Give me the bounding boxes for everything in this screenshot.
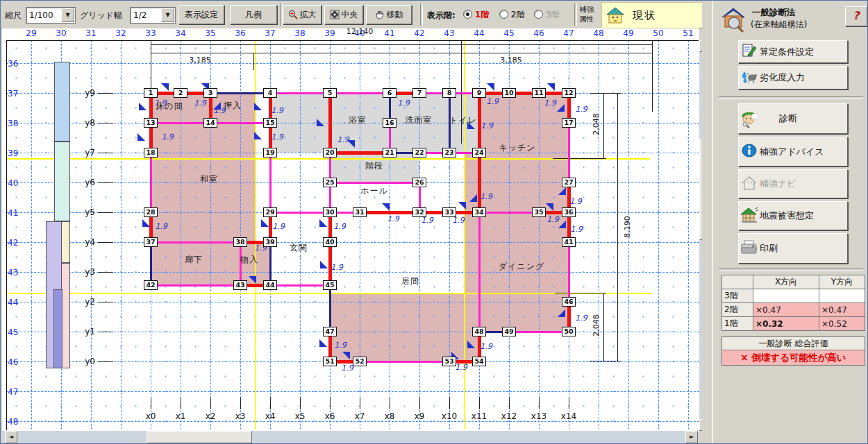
- brace-icon: [546, 203, 553, 211]
- quake-damage-button[interactable]: 地震被害想定: [738, 201, 848, 230]
- dimension-line: [603, 93, 604, 158]
- floor-radio-1[interactable]: 1階: [463, 9, 489, 21]
- node-box: 19: [263, 148, 277, 157]
- grid-label: 45: [8, 327, 22, 336]
- hand-move-icon: [375, 10, 385, 19]
- plan-canvas[interactable]: 2930313233343536373839404142434445464748…: [2, 28, 699, 431]
- reinforce-advice-button[interactable]: 補強アドバイス: [738, 137, 848, 166]
- toolbar-separator: [574, 3, 577, 26]
- grid-label: 44: [472, 28, 486, 37]
- center-button[interactable]: 中央: [324, 5, 363, 24]
- brace-icon: [142, 219, 150, 227]
- node-box: 23: [442, 148, 456, 157]
- wall-strength-label: 1.9: [566, 225, 587, 234]
- dimension-line: [603, 293, 604, 361]
- horizontal-scrollbar[interactable]: ◄ ►: [2, 431, 699, 443]
- room-label: ダイニング: [490, 261, 553, 271]
- legend-bar: [54, 142, 70, 221]
- chevron-down-icon[interactable]: ▼: [61, 8, 74, 22]
- node-box: 11: [532, 88, 546, 98]
- cell-2f-x: ×0.47: [753, 303, 819, 317]
- cell-3f-x: [753, 289, 819, 303]
- help-button[interactable]: ?: [845, 6, 867, 26]
- deterioration-input-button[interactable]: 劣化度入力: [738, 66, 848, 89]
- grid-label: 38: [293, 28, 307, 37]
- dimension-line: [553, 158, 606, 159]
- zoom-in-button[interactable]: 拡大: [283, 5, 322, 24]
- wall-strength-label: 1.9: [151, 222, 172, 231]
- scroll-right-icon[interactable]: ►: [685, 431, 698, 443]
- grid-width-label: グリッド幅: [80, 10, 122, 22]
- wall-strength-label: 1.9: [268, 222, 289, 231]
- node-box: 41: [562, 237, 576, 247]
- grid-line-v: [509, 40, 510, 429]
- node-box: 18: [144, 148, 158, 157]
- droplets-bug-icon: [739, 69, 760, 87]
- wall-segment: [270, 284, 330, 287]
- grid-label: 51: [681, 28, 695, 37]
- axis-label: x12: [499, 411, 519, 421]
- node-box: 49: [502, 327, 516, 336]
- dimension-line: [617, 93, 618, 361]
- row-label: 2階: [722, 303, 753, 317]
- brace-icon: [161, 83, 169, 91]
- wall-strength-label: 1.9: [329, 222, 350, 231]
- node-box: 12: [562, 88, 576, 98]
- chevron-down-icon[interactable]: ▼: [161, 8, 174, 22]
- wall-segment: [151, 241, 240, 244]
- scale-select[interactable]: 1/100 ▼: [26, 7, 76, 24]
- toolbar: 縮尺 1/100 ▼ グリッド幅 1/2 ▼ 表示設定 凡例 拡大 中央 移動 …: [1, 1, 709, 29]
- radio-icon[interactable]: [463, 10, 472, 19]
- room-label: 物入: [218, 254, 281, 264]
- axis-tick: [98, 153, 113, 153]
- radio-icon[interactable]: [499, 10, 508, 19]
- cell-3f-y: [819, 289, 865, 303]
- diagnose-button[interactable]: 診断: [738, 103, 848, 134]
- wall-strength-label: 1.9: [267, 133, 287, 142]
- brace-icon: [558, 187, 566, 195]
- axis-tick: [151, 398, 151, 409]
- scroll-left-icon[interactable]: ◄: [5, 431, 17, 443]
- legend-button[interactable]: 凡例: [230, 5, 277, 24]
- printer-icon: [739, 239, 760, 258]
- wall-segment: [330, 92, 390, 94]
- node-box: 3: [203, 88, 217, 98]
- wall-segment: [478, 212, 481, 332]
- room-label: トイレ: [432, 114, 494, 125]
- wall-strength-label: 1.9: [571, 105, 592, 114]
- display-settings-button[interactable]: 表示設定: [178, 5, 224, 24]
- grid-label: 39: [323, 28, 337, 37]
- axis-label: y7: [78, 148, 95, 157]
- node-box: 7: [412, 88, 426, 98]
- wall-segment: [210, 92, 270, 94]
- axis-tick: [330, 398, 331, 409]
- axis-label: x11: [469, 411, 490, 421]
- wall-segment: [269, 153, 272, 212]
- axis-label: x9: [409, 411, 430, 421]
- node-box: 37: [144, 237, 158, 247]
- horizontal-scroll-thumb[interactable]: [147, 431, 252, 443]
- axis-tick: [98, 361, 113, 362]
- print-button[interactable]: 印刷: [738, 233, 848, 264]
- grid-label: 29: [24, 28, 38, 37]
- brace-icon: [317, 119, 324, 126]
- grid-line-v: [31, 40, 32, 429]
- node-box: 40: [323, 237, 337, 247]
- grid-width-select[interactable]: 1/2 ▼: [130, 7, 176, 24]
- pan-button[interactable]: 移動: [366, 5, 412, 24]
- current-state-box[interactable]: 現状: [601, 2, 703, 28]
- grid-label: 36: [233, 28, 247, 37]
- wall-segment: [360, 211, 419, 214]
- axis-tick: [98, 302, 113, 302]
- calc-conditions-button[interactable]: 算定条件設定: [738, 40, 848, 63]
- grid-label: 48: [8, 417, 22, 425]
- grid-label: 50: [651, 28, 665, 37]
- wall-segment: [150, 153, 152, 212]
- grid-line-v: [360, 40, 360, 429]
- panel-header: 一般診断法 (在来軸組構法) ?: [716, 3, 867, 34]
- node-box: 31: [353, 207, 367, 217]
- floor-radio-2[interactable]: 2階: [499, 9, 524, 21]
- grid-label: 39: [8, 148, 22, 157]
- panel-separator: [719, 96, 863, 99]
- axis-tick: [210, 398, 211, 409]
